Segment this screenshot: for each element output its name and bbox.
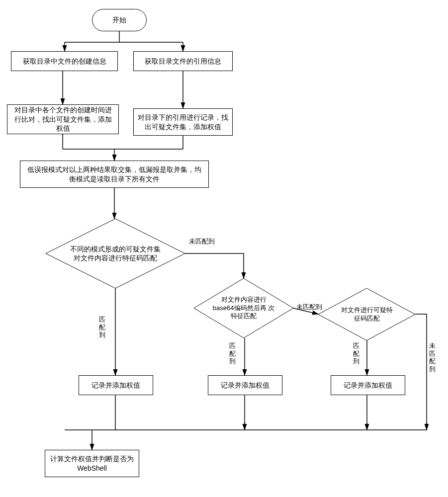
decision3-label: 对文件进行可疑特 征码匹配 bbox=[335, 306, 399, 323]
record2-label: 记录并添加权值 bbox=[221, 381, 269, 390]
calc-weight-webshell: 计算文件权值并判断是否为WebShell bbox=[45, 450, 139, 477]
d3-nomatch-label: 未 匹 配 到 bbox=[429, 342, 436, 373]
d2-nomatch-label: 未匹配到 bbox=[296, 303, 322, 311]
start-label: 开始 bbox=[112, 15, 126, 25]
get-ref-info-label: 获取目录文件的引用信息 bbox=[145, 57, 221, 66]
decision-signature-match: 不同的模式形成的可疑文件集 对文件内容进行特征码匹配 bbox=[46, 219, 185, 288]
decision-base64-match: 对文件内容进行 base64编码然后再 次特征匹配 bbox=[194, 278, 293, 338]
d1-nomatch-label: 未匹配到 bbox=[189, 238, 215, 246]
d2-match-label: 匹 配 到 bbox=[229, 342, 236, 365]
decision-suspicious-match: 对文件进行可疑特 征码匹配 bbox=[318, 288, 415, 340]
modes-label: 低误报模式对以上两种结果取交集，低漏报是取并集，均衡模式是读取目录下所有文件 bbox=[24, 165, 204, 184]
decision1-label: 不同的模式形成的可疑文件集 对文件内容进行特征码匹配 bbox=[66, 245, 165, 262]
get-create-info-label: 获取目录中文件的创建信息 bbox=[23, 57, 106, 66]
get-create-info-node: 获取目录中文件的创建信息 bbox=[11, 51, 118, 71]
record-weight-1: 记录并添加权值 bbox=[79, 375, 153, 395]
compare-create-node: 对目录中各个文件的创建时间进行比对，找出可疑文件集，添加权值 bbox=[7, 104, 119, 134]
record-weight-2: 记录并添加权值 bbox=[208, 375, 282, 395]
get-ref-info-node: 获取目录文件的引用信息 bbox=[133, 51, 233, 71]
compare-ref-node: 对目录下的引用进行记录，找出可疑文件集，添加权值 bbox=[133, 108, 233, 136]
d3-match-label: 匹 配 到 bbox=[353, 342, 359, 365]
compare-ref-label: 对目录下的引用进行记录，找出可疑文件集，添加权值 bbox=[138, 113, 228, 132]
final-label: 计算文件权值并判断是否为WebShell bbox=[49, 454, 135, 473]
decision2-label: 对文件内容进行 base64编码然后再 次特征匹配 bbox=[209, 296, 278, 321]
start-node: 开始 bbox=[92, 9, 147, 31]
record1-label: 记录并添加权值 bbox=[91, 381, 140, 390]
compare-create-label: 对目录中各个文件的创建时间进行比对，找出可疑文件集，添加权值 bbox=[11, 105, 114, 134]
record-weight-3: 记录并添加权值 bbox=[331, 375, 405, 395]
modes-node: 低误报模式对以上两种结果取交集，低漏报是取并集，均衡模式是读取目录下所有文件 bbox=[20, 161, 209, 188]
record3-label: 记录并添加权值 bbox=[344, 381, 392, 390]
d1-match-label: 匹 配 到 bbox=[99, 316, 105, 339]
